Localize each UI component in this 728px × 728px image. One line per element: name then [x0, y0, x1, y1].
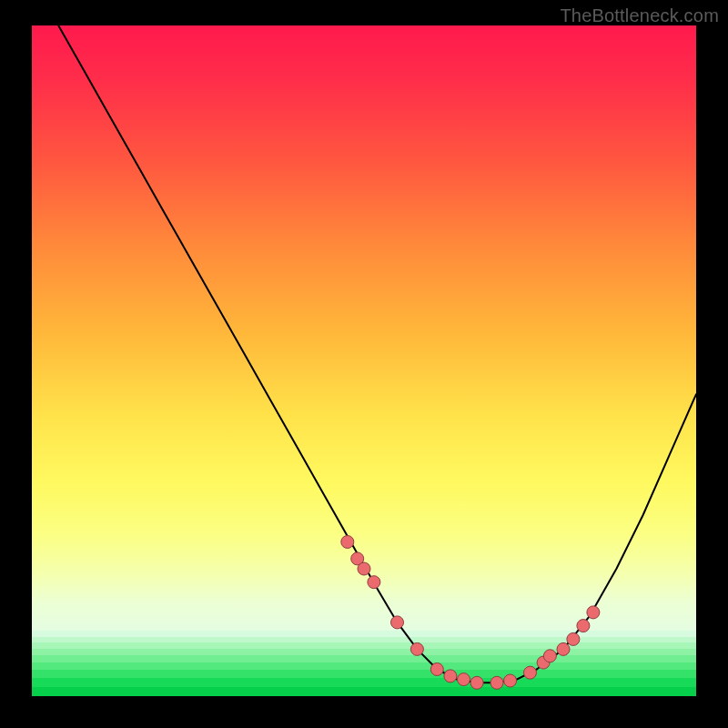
- dot: [470, 676, 483, 689]
- dot: [341, 536, 354, 549]
- watermark-text: TheBottleneck.com: [560, 5, 719, 26]
- chart-svg: [32, 25, 696, 696]
- dot: [444, 670, 457, 682]
- dot: [524, 666, 537, 679]
- dot: [557, 642, 570, 655]
- chart-stage: TheBottleneck.com: [0, 0, 728, 728]
- dot: [543, 650, 556, 662]
- dot: [391, 616, 404, 629]
- dot: [567, 632, 580, 645]
- dot: [587, 606, 600, 619]
- plot-area: [32, 25, 696, 696]
- dot: [358, 562, 370, 575]
- dot: [368, 576, 380, 589]
- dot: [410, 642, 423, 655]
- highlight-dots: [341, 536, 600, 690]
- dot: [577, 620, 590, 632]
- dot: [430, 663, 443, 676]
- dot: [490, 676, 503, 689]
- dot: [458, 673, 470, 686]
- dot: [504, 674, 517, 687]
